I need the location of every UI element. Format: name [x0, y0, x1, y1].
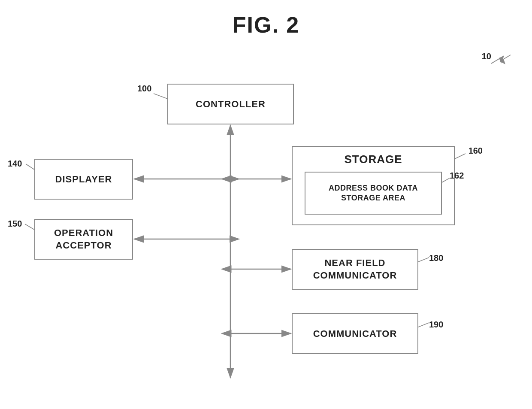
communicator-label: COMMUNICATOR — [313, 328, 397, 339]
near-field-label: NEAR FIELDCOMMUNICATOR — [313, 257, 397, 282]
ref-180: 180 — [429, 253, 443, 263]
diagram-container: FIG. 2 10 CONTROLLER 100 DISPLAYER 140 O… — [0, 0, 532, 409]
ref-160: 160 — [469, 146, 483, 156]
near-field-box: NEAR FIELDCOMMUNICATOR — [292, 249, 418, 290]
svg-line-9 — [26, 164, 34, 170]
operation-acceptor-box: OPERATIONACCEPTOR — [34, 219, 133, 260]
svg-marker-16 — [500, 59, 505, 64]
fig-title: FIG. 2 — [233, 12, 299, 38]
address-book-label: ADDRESS BOOK DATASTORAGE AREA — [329, 183, 418, 203]
svg-line-8 — [154, 94, 167, 99]
svg-line-0 — [491, 56, 504, 64]
displayer-label: DISPLAYER — [55, 174, 112, 185]
displayer-box: DISPLAYER — [34, 159, 133, 200]
controller-label: CONTROLLER — [196, 99, 266, 110]
ref-100: 100 — [137, 84, 151, 94]
ref-150: 150 — [8, 219, 22, 229]
ref-190: 190 — [429, 320, 443, 330]
ref-162: 162 — [450, 171, 464, 181]
ref-10: 10 — [482, 52, 491, 61]
svg-line-11 — [455, 154, 466, 159]
communicator-box: COMMUNICATOR — [292, 313, 418, 354]
controller-box: CONTROLLER — [167, 84, 294, 124]
svg-line-10 — [25, 224, 34, 230]
svg-line-14 — [418, 323, 429, 327]
address-book-box: ADDRESS BOOK DATASTORAGE AREA — [305, 172, 442, 215]
svg-marker-1 — [499, 56, 504, 64]
storage-label: STORAGE — [293, 153, 454, 166]
svg-line-15 — [500, 55, 511, 61]
ref-140: 140 — [8, 159, 22, 169]
svg-line-13 — [418, 258, 429, 262]
operation-acceptor-label: OPERATIONACCEPTOR — [54, 227, 113, 251]
